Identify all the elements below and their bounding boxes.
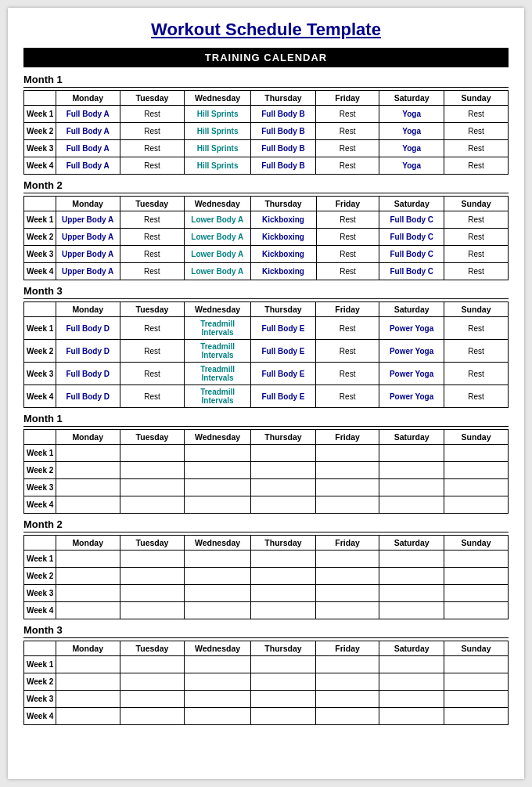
cell[interactable] <box>120 708 184 725</box>
cell[interactable]: Upper Body A <box>56 263 120 280</box>
cell[interactable] <box>120 602 184 619</box>
cell[interactable] <box>444 445 509 462</box>
cell[interactable]: Rest <box>444 157 509 175</box>
cell[interactable]: Upper Body A <box>56 229 120 246</box>
cell[interactable]: Power Yoga <box>379 363 444 385</box>
cell[interactable]: Lower Body A <box>184 263 250 280</box>
cell[interactable] <box>250 568 315 585</box>
cell[interactable]: Power Yoga <box>379 385 444 408</box>
cell[interactable] <box>185 673 251 691</box>
cell[interactable]: Rest <box>316 106 379 123</box>
cell[interactable]: Power Yoga <box>379 340 444 363</box>
cell[interactable] <box>250 656 315 673</box>
cell[interactable] <box>56 585 120 602</box>
cell[interactable]: TreadmillIntervals <box>185 385 251 408</box>
cell[interactable]: Rest <box>120 340 184 363</box>
cell[interactable]: Rest <box>120 263 184 280</box>
cell[interactable]: Rest <box>120 363 184 385</box>
cell[interactable] <box>316 708 379 725</box>
cell[interactable]: Full Body C <box>379 263 444 280</box>
cell[interactable]: Rest <box>444 263 509 280</box>
cell[interactable] <box>120 479 184 496</box>
cell[interactable]: Rest <box>444 385 509 408</box>
cell[interactable] <box>120 585 184 602</box>
cell[interactable]: Hill Sprints <box>185 140 251 157</box>
cell[interactable]: Yoga <box>379 106 444 123</box>
cell[interactable]: Power Yoga <box>379 317 444 340</box>
cell[interactable] <box>444 708 509 725</box>
cell[interactable]: Rest <box>120 211 184 229</box>
cell[interactable] <box>444 585 509 602</box>
cell[interactable]: Full Body D <box>56 317 120 340</box>
cell[interactable]: Rest <box>316 211 379 229</box>
cell[interactable] <box>379 496 444 514</box>
cell[interactable]: Kickboxing <box>250 246 316 263</box>
cell[interactable] <box>444 551 509 568</box>
cell[interactable]: Rest <box>444 340 509 363</box>
cell[interactable]: Rest <box>120 317 184 340</box>
cell[interactable] <box>185 656 251 673</box>
cell[interactable] <box>379 551 444 568</box>
cell[interactable]: Full Body A <box>56 140 120 157</box>
cell[interactable]: Upper Body A <box>56 246 120 263</box>
cell[interactable] <box>185 585 251 602</box>
cell[interactable]: Full Body E <box>250 317 315 340</box>
cell[interactable] <box>250 708 315 725</box>
cell[interactable]: Yoga <box>379 157 444 175</box>
cell[interactable]: Rest <box>316 140 379 157</box>
cell[interactable] <box>56 479 120 496</box>
cell[interactable] <box>120 445 184 462</box>
cell[interactable]: Full Body D <box>56 385 120 408</box>
cell[interactable]: Kickboxing <box>250 229 316 246</box>
cell[interactable] <box>120 496 184 514</box>
cell[interactable] <box>379 585 444 602</box>
cell[interactable] <box>56 568 120 585</box>
cell[interactable] <box>56 602 120 619</box>
cell[interactable] <box>316 496 379 514</box>
cell[interactable] <box>120 568 184 585</box>
cell[interactable] <box>316 602 379 619</box>
cell[interactable] <box>185 568 251 585</box>
cell[interactable] <box>250 602 315 619</box>
cell[interactable] <box>444 479 509 496</box>
cell[interactable]: Rest <box>120 123 184 140</box>
cell[interactable] <box>444 462 509 479</box>
cell[interactable] <box>56 708 120 725</box>
cell[interactable]: Full Body C <box>379 229 444 246</box>
cell[interactable]: Hill Sprints <box>185 157 251 175</box>
cell[interactable] <box>316 656 379 673</box>
cell[interactable]: Rest <box>120 246 184 263</box>
cell[interactable] <box>185 479 251 496</box>
cell[interactable] <box>316 551 379 568</box>
cell[interactable] <box>120 673 184 691</box>
cell[interactable] <box>444 496 509 514</box>
cell[interactable] <box>185 691 251 708</box>
cell[interactable] <box>120 551 184 568</box>
cell[interactable]: Hill Sprints <box>185 106 251 123</box>
cell[interactable]: Rest <box>444 106 509 123</box>
cell[interactable] <box>185 445 251 462</box>
cell[interactable] <box>250 673 315 691</box>
cell[interactable] <box>250 479 315 496</box>
cell[interactable] <box>444 691 509 708</box>
cell[interactable]: Rest <box>316 363 379 385</box>
cell[interactable]: Rest <box>444 317 509 340</box>
cell[interactable] <box>444 656 509 673</box>
cell[interactable] <box>185 462 251 479</box>
cell[interactable] <box>379 708 444 725</box>
cell[interactable]: Full Body A <box>56 157 120 175</box>
cell[interactable]: Rest <box>120 385 184 408</box>
cell[interactable] <box>56 691 120 708</box>
cell[interactable] <box>56 496 120 514</box>
cell[interactable]: Full Body B <box>250 157 315 175</box>
cell[interactable] <box>379 602 444 619</box>
cell[interactable]: Yoga <box>379 123 444 140</box>
cell[interactable]: Rest <box>316 229 379 246</box>
cell[interactable] <box>185 551 251 568</box>
cell[interactable] <box>185 708 251 725</box>
cell[interactable]: Rest <box>316 340 379 363</box>
cell[interactable]: Lower Body A <box>184 246 250 263</box>
cell[interactable]: Full Body E <box>250 340 315 363</box>
cell[interactable] <box>316 479 379 496</box>
cell[interactable] <box>56 462 120 479</box>
